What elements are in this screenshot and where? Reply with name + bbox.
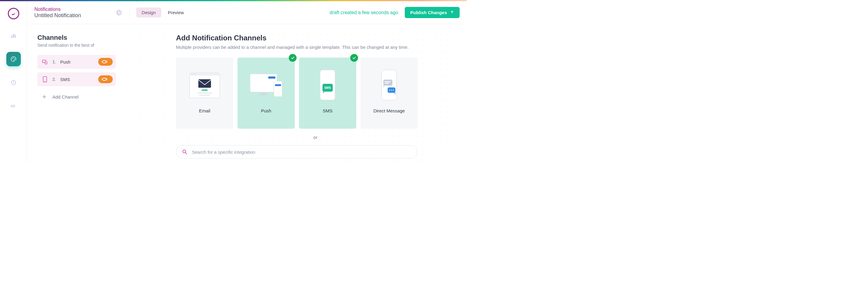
svg-point-4 (13, 58, 13, 58)
header: Notifications Untitled Notification Desi… (27, 1, 467, 24)
picker-subtitle: Multiple providers can be added to a cha… (176, 44, 455, 50)
integration-search[interactable] (176, 145, 417, 158)
svg-point-37 (390, 90, 390, 91)
channels-subtitle: Send notification to the best of (37, 43, 146, 48)
devices-icon (41, 59, 48, 65)
page-title[interactable]: Untitled Notification (34, 12, 81, 19)
plus-icon (41, 94, 47, 99)
card-label: SMS (323, 108, 333, 113)
svg-rect-26 (268, 77, 276, 79)
channel-row-index: 2. (53, 77, 56, 82)
add-channel-label: Add Channel (53, 94, 79, 99)
add-channel-button[interactable]: Add Channel (37, 90, 116, 104)
card-label: Push (261, 108, 271, 113)
channel-plug-badge[interactable] (98, 76, 113, 83)
channel-card-email[interactable]: Email (176, 58, 233, 129)
svg-rect-35 (384, 83, 389, 84)
tab-design[interactable]: Design (136, 7, 161, 18)
card-label: Email (199, 108, 210, 113)
direct-message-icon (371, 70, 407, 100)
svg-point-39 (393, 90, 394, 91)
draft-status: draft created a few seconds ago (330, 10, 398, 16)
svg-rect-27 (274, 81, 282, 96)
title-block: Notifications Untitled Notification (34, 7, 81, 19)
svg-point-12 (44, 81, 45, 82)
publish-button-label: Publish Changes (410, 10, 447, 15)
check-icon (350, 54, 358, 62)
upload-icon (450, 10, 454, 15)
svg-rect-24 (261, 93, 266, 94)
svg-rect-7 (11, 105, 14, 107)
svg-point-18 (195, 74, 196, 75)
view-segmented: Design Preview (136, 7, 189, 18)
channel-card-push[interactable]: Push (238, 58, 295, 129)
svg-rect-19 (198, 79, 211, 88)
app-logo[interactable] (8, 8, 19, 19)
email-icon (187, 70, 223, 100)
svg-rect-25 (259, 94, 268, 95)
header-divider (129, 7, 130, 19)
svg-rect-1 (13, 34, 14, 38)
svg-rect-21 (197, 93, 212, 93)
svg-rect-33 (383, 80, 393, 86)
channel-plug-badge[interactable] (98, 58, 113, 66)
svg-point-16 (191, 74, 192, 75)
settings-button[interactable] (115, 9, 123, 17)
svg-rect-9 (45, 61, 47, 64)
svg-rect-2 (14, 35, 16, 38)
channel-row-label: SMS (60, 77, 94, 82)
svg-point-5 (14, 58, 15, 59)
svg-point-17 (193, 74, 194, 75)
breadcrumb[interactable]: Notifications (34, 7, 81, 12)
channel-row-label: Push (60, 59, 94, 64)
channel-card-sms[interactable]: SMS SMS (299, 58, 356, 129)
nav-integrations[interactable] (6, 99, 21, 113)
nav-history[interactable] (6, 76, 21, 90)
channels-title: Channels (37, 34, 146, 41)
channels-panel: Channels Send notification to the best o… (37, 34, 146, 162)
nav-analytics[interactable] (6, 28, 21, 43)
channel-row-index: 1. (53, 59, 56, 64)
phone-icon (41, 76, 48, 82)
channel-picker-panel: Add Notification Channels Multiple provi… (146, 34, 467, 162)
integration-search-input[interactable] (192, 150, 411, 155)
search-icon (182, 149, 188, 155)
sidebar (0, 1, 27, 162)
or-separator: or (176, 135, 455, 140)
svg-rect-0 (11, 36, 12, 38)
nav-designer[interactable] (6, 52, 21, 66)
tab-preview[interactable]: Preview (162, 7, 189, 18)
svg-rect-34 (384, 81, 391, 82)
svg-rect-10 (102, 61, 106, 63)
svg-point-38 (391, 90, 392, 91)
picker-title: Add Notification Channels (176, 34, 455, 42)
sms-icon: SMS (310, 70, 346, 100)
svg-rect-13 (102, 78, 106, 81)
channel-row-push[interactable]: 1. Push (37, 55, 116, 69)
svg-rect-28 (275, 84, 281, 86)
svg-point-3 (12, 58, 13, 59)
svg-rect-20 (202, 90, 208, 91)
channel-cards: Email (176, 58, 455, 129)
svg-rect-22 (199, 95, 210, 95)
publish-button[interactable]: Publish Changes (405, 7, 460, 18)
push-icon (248, 70, 284, 100)
check-icon (289, 54, 297, 62)
svg-point-40 (183, 150, 186, 153)
svg-rect-15 (190, 73, 220, 76)
card-label: Direct Message (373, 108, 405, 113)
svg-text:SMS: SMS (324, 86, 331, 90)
channel-row-sms[interactable]: 2. SMS (37, 72, 116, 86)
channel-card-dm[interactable]: Direct Message (361, 58, 418, 129)
